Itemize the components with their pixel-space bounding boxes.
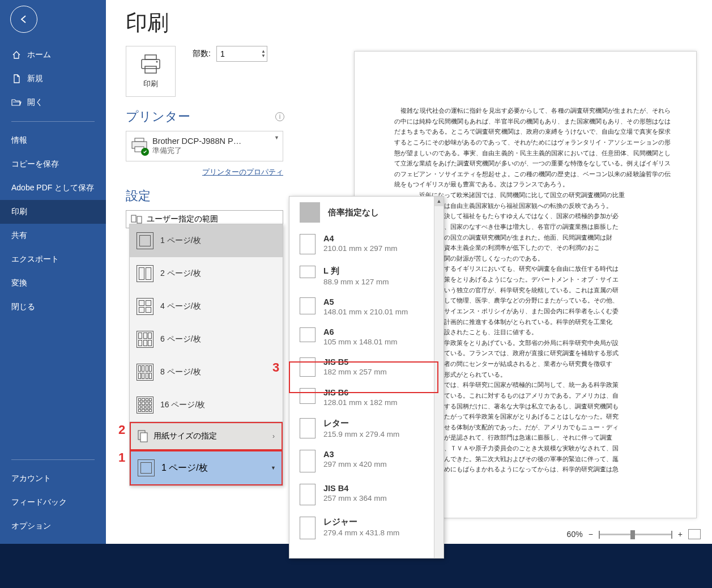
printer-icon <box>139 54 162 74</box>
zoom-in-button[interactable]: + <box>678 530 683 539</box>
printer-status-icon <box>131 138 148 155</box>
nav-options[interactable]: オプション <box>0 514 106 538</box>
range-label: ユーザー指定の範囲 <box>147 214 218 224</box>
nav-info[interactable]: 情報 <box>0 129 106 152</box>
copies-input[interactable]: 1 ▲▼ <box>216 46 267 62</box>
print-button-label: 印刷 <box>143 79 158 89</box>
pages-per-sheet-menu: 1 ページ/枚 2 ページ/枚 4 ページ/枚 6 ページ/枚 8 ページ/枚 … <box>129 224 283 486</box>
page-icon <box>300 327 316 342</box>
grid-6-icon <box>137 331 154 348</box>
page-icon <box>300 388 316 404</box>
folder-open-icon <box>11 97 22 108</box>
print-button[interactable]: 印刷 <box>126 46 176 97</box>
pps-option-8[interactable]: 8 ページ/枚 <box>130 356 283 389</box>
pps-option-1[interactable]: 1 ページ/枚 <box>130 224 283 257</box>
svg-rect-10 <box>140 433 147 442</box>
printer-properties-link[interactable]: プリンターのプロパティ <box>106 167 283 177</box>
nav-adobe-pdf[interactable]: Adobe PDF として保存 <box>0 176 106 200</box>
printer-name: Brother DCP-J988N P… <box>152 137 241 146</box>
svg-rect-2 <box>145 66 156 73</box>
nav-print[interactable]: 印刷 <box>0 200 106 224</box>
nav-account[interactable]: アカウント <box>0 467 106 491</box>
zoom-value: 60% <box>567 530 583 539</box>
chevron-down-icon: ▼ <box>274 135 279 140</box>
page-icon <box>300 234 316 254</box>
paper-size-submenu[interactable]: 用紙サイズの指定 › <box>130 422 283 450</box>
zoom-controls: 60% − + <box>567 529 701 539</box>
size-option-none[interactable]: 倍率指定なし <box>289 197 444 228</box>
svg-point-3 <box>156 61 158 63</box>
page-icon <box>300 266 316 278</box>
size-option-l[interactable]: L 判88.9 mm x 127 mm <box>289 260 444 292</box>
printer-dropdown[interactable]: Brother DCP-J988N P… 準備完了 ▼ <box>126 131 283 161</box>
grid-4-icon <box>137 298 154 315</box>
printer-status: 準備完了 <box>152 146 241 156</box>
home-icon <box>11 50 22 60</box>
grid-16-icon <box>137 397 154 414</box>
nav-export[interactable]: エクスポート <box>0 248 106 271</box>
file-icon <box>11 74 22 84</box>
nav-share[interactable]: 共有 <box>0 224 106 248</box>
nav-label: ホーム <box>27 50 51 60</box>
info-icon[interactable]: i <box>275 112 284 121</box>
zoom-out-button[interactable]: − <box>589 530 593 539</box>
divider <box>11 121 95 122</box>
size-option-a5[interactable]: A5148.01 mm x 210.01 mm <box>289 292 444 322</box>
page-icon <box>300 357 316 377</box>
nav-save-copy[interactable]: コピーを保存 <box>0 152 106 176</box>
svg-rect-7 <box>131 215 136 222</box>
ready-badge-icon <box>141 148 149 156</box>
size-option-letter[interactable]: レター215.9 mm x 279.4 mm <box>289 412 444 444</box>
svg-rect-4 <box>135 138 144 142</box>
nav-close[interactable]: 閉じる <box>0 295 106 319</box>
size-option-jisb4[interactable]: JIS B4257 mm x 364 mm <box>289 478 444 511</box>
nav-feedback[interactable]: フィードバック <box>0 491 106 514</box>
zoom-slider[interactable] <box>599 534 672 535</box>
backstage-sidebar: ホーム 新規 開く 情報 コピーを保存 Adobe PDF として保存 印刷 共… <box>0 0 106 544</box>
scrollbar[interactable]: ▲ <box>434 197 444 558</box>
nav-open[interactable]: 開く <box>0 91 106 114</box>
size-option-a3[interactable]: A3297 mm x 420 mm <box>289 444 444 478</box>
svg-rect-0 <box>145 55 156 59</box>
back-button[interactable] <box>10 6 37 33</box>
grid-2-icon <box>137 265 154 282</box>
pps-option-4[interactable]: 4 ページ/枚 <box>130 290 283 323</box>
nav-transform[interactable]: 変換 <box>0 271 106 295</box>
nav-new[interactable]: 新規 <box>0 67 106 91</box>
nav-label: 開く <box>27 97 43 108</box>
page-icon <box>300 484 316 505</box>
printer-section-title: プリンター <box>126 108 190 125</box>
grid-1-icon <box>137 232 154 249</box>
pps-option-16[interactable]: 16 ページ/枚 <box>130 389 283 421</box>
page-icon <box>300 297 316 314</box>
paper-size-menu: ▲ 倍率指定なし A4210.01 mm x 297 mm L 判88.9 mm… <box>289 196 444 559</box>
annotation-2: 2 <box>118 423 125 437</box>
grid-1-icon <box>138 459 155 476</box>
annotation-1: 1 <box>118 450 125 465</box>
zoom-fit-button[interactable] <box>688 529 701 539</box>
copies-label: 部数: <box>193 49 211 59</box>
nav-home[interactable]: ホーム <box>0 43 106 67</box>
size-option-a6[interactable]: A6105 mm x 148.01 mm <box>289 322 444 352</box>
pps-option-6[interactable]: 6 ページ/枚 <box>130 323 283 356</box>
spinner-icon[interactable]: ▲▼ <box>261 49 266 58</box>
size-option-jisb5[interactable]: JIS B5182 mm x 257 mm <box>289 352 444 382</box>
page-icon <box>300 418 316 438</box>
size-option-a4[interactable]: A4210.01 mm x 297 mm <box>289 228 444 260</box>
zoom-thumb[interactable] <box>630 530 635 539</box>
scroll-up-icon[interactable]: ▲ <box>434 197 444 206</box>
page-icon <box>300 450 316 472</box>
svg-rect-8 <box>137 216 142 223</box>
pps-option-2[interactable]: 2 ページ/枚 <box>130 257 283 290</box>
size-option-ledger[interactable]: レジャー279.4 mm x 431.8 mm <box>289 511 444 545</box>
no-scale-icon <box>300 202 320 223</box>
page-size-icon <box>138 430 148 442</box>
copies-value: 1 <box>220 49 225 58</box>
divider <box>11 459 95 460</box>
chevron-right-icon: › <box>272 432 275 440</box>
chevron-down-icon: ▼ <box>271 465 276 471</box>
page-icon <box>300 517 316 539</box>
size-option-jisb6[interactable]: JIS B6128.01 mm x 182 mm <box>289 382 444 412</box>
arrow-left-icon <box>19 14 29 24</box>
pages-per-sheet-dropdown[interactable]: 1 ページ/枚 ▼ <box>130 450 283 485</box>
